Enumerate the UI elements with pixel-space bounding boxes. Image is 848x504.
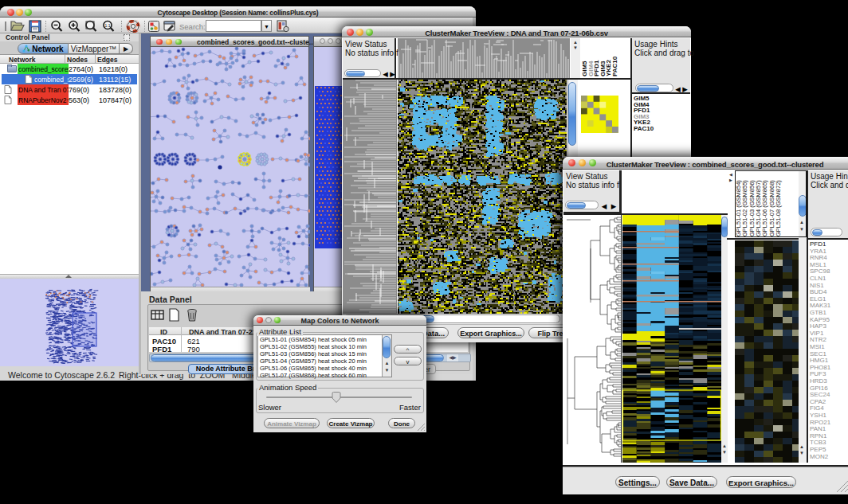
svg-text:MON2: MON2 [810,453,829,460]
svg-text:PAC10: PAC10 [611,56,618,76]
svg-text:1:1: 1:1 [105,23,111,28]
